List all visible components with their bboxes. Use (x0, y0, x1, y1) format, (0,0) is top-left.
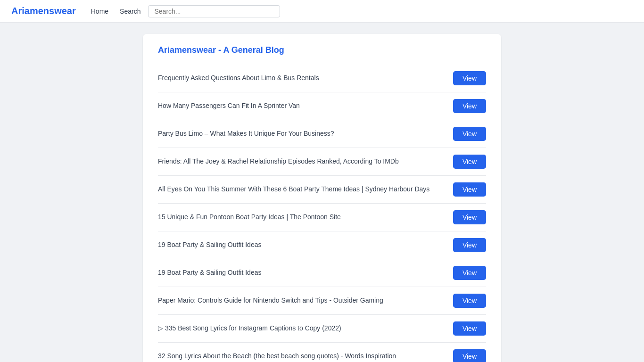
post-item: How Many Passengers Can Fit In A Sprinte… (158, 92, 486, 120)
post-title: Friends: All The Joey & Rachel Relations… (158, 157, 453, 166)
post-title: 15 Unique & Fun Pontoon Boat Party Ideas… (158, 213, 453, 222)
post-item: 19 Boat Party & Sailing Outfit IdeasView (158, 231, 486, 259)
post-title: All Eyes On You This Summer With These 6… (158, 185, 453, 194)
post-item: 15 Unique & Fun Pontoon Boat Party Ideas… (158, 204, 486, 231)
view-button[interactable]: View (453, 155, 486, 169)
post-item: Frequently Asked Questions About Limo & … (158, 65, 486, 92)
content-card: Ariamenswear - A General Blog Frequently… (143, 34, 501, 362)
post-item: ▷ 335 Best Song Lyrics for Instagram Cap… (158, 315, 486, 343)
post-item: Paper Mario: Controls Guide for Nintendo… (158, 287, 486, 315)
post-title: Party Bus Limo – What Makes It Unique Fo… (158, 129, 453, 139)
post-item: Party Bus Limo – What Makes It Unique Fo… (158, 120, 486, 148)
post-title: Paper Mario: Controls Guide for Nintendo… (158, 296, 453, 305)
navbar: Ariamenswear Home Search (0, 0, 644, 23)
post-title: 19 Boat Party & Sailing Outfit Ideas (158, 268, 453, 278)
nav-search[interactable]: Search (120, 8, 140, 15)
blog-title: Ariamenswear - A General Blog (158, 45, 486, 55)
post-title: ▷ 335 Best Song Lyrics for Instagram Cap… (158, 324, 453, 333)
view-button[interactable]: View (453, 210, 486, 224)
view-button[interactable]: View (453, 294, 486, 308)
post-item: Friends: All The Joey & Rachel Relations… (158, 148, 486, 176)
search-box (148, 5, 280, 17)
view-button[interactable]: View (453, 127, 486, 141)
view-button[interactable]: View (453, 238, 486, 252)
navbar-links: Home Search (91, 8, 141, 15)
page-wrapper: Ariamenswear - A General Blog Frequently… (0, 23, 644, 362)
view-button[interactable]: View (453, 99, 486, 113)
view-button[interactable]: View (453, 266, 486, 280)
post-item: All Eyes On You This Summer With These 6… (158, 176, 486, 204)
nav-home[interactable]: Home (91, 8, 108, 15)
post-list: Frequently Asked Questions About Limo & … (158, 65, 486, 362)
view-button[interactable]: View (453, 321, 486, 336)
view-button[interactable]: View (453, 182, 486, 197)
post-item: 32 Song Lyrics About the Beach (the best… (158, 343, 486, 362)
view-button[interactable]: View (453, 349, 486, 362)
view-button[interactable]: View (453, 71, 486, 85)
post-title: How Many Passengers Can Fit In A Sprinte… (158, 101, 453, 111)
post-title: 32 Song Lyrics About the Beach (the best… (158, 352, 453, 361)
post-title: Frequently Asked Questions About Limo & … (158, 74, 453, 83)
navbar-brand[interactable]: Ariamenswear (11, 6, 76, 16)
post-item: 19 Boat Party & Sailing Outfit IdeasView (158, 259, 486, 287)
post-title: 19 Boat Party & Sailing Outfit Ideas (158, 240, 453, 250)
search-input[interactable] (154, 8, 274, 15)
